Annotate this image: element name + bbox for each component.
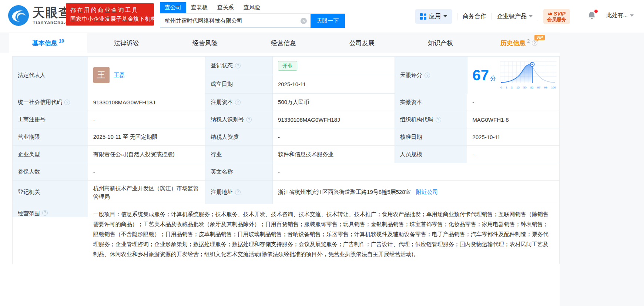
user-name: 此处有... — [606, 12, 628, 19]
promo-line1: 都在用的商业查询工具 — [70, 6, 150, 14]
field-label: 英文名称 — [205, 163, 273, 180]
notification-dot — [594, 10, 598, 13]
field-label: 经营范围 — [13, 204, 88, 217]
help-icon[interactable] — [42, 210, 48, 216]
field-value: - — [88, 111, 206, 128]
field-value: - — [467, 94, 559, 111]
score-unit: 分 — [490, 75, 496, 81]
field-label: 注册地址 — [205, 181, 273, 204]
chevron-down-icon — [529, 15, 533, 17]
table-row: 经营范围 一般项目：信息系统集成服务；计算机系统服务；技术服务、技术开发、技术咨… — [13, 204, 559, 264]
apps-menu-button[interactable]: 应用 — [415, 9, 452, 24]
reg-address-cell: 浙江省杭州市滨江区西兴街道聚工路19号8幢5层528室 附近公司 — [273, 181, 559, 204]
tab-company-development[interactable]: 公司发展 — [323, 33, 401, 53]
search-type-tabs: 查公司 查老板 查关系 查风险 — [160, 2, 345, 14]
field-value: 91330108MAG0WFH18J — [88, 94, 206, 111]
field-label: 组织机构代码 — [395, 111, 467, 128]
field-value: 软件和信息技术服务业 — [273, 146, 395, 163]
field-label: 参保人数 — [13, 163, 88, 180]
field-label: 工商注册号 — [13, 111, 88, 128]
vip-tag: VIP — [534, 35, 545, 40]
search-block: 查公司 查老板 查关系 查风险 天眼一下 — [160, 2, 345, 28]
reg-address-value: 浙江省杭州市滨江区西兴街道聚工路19号8幢5层528室 — [278, 189, 410, 196]
notifications-bell[interactable] — [588, 11, 596, 21]
divider — [492, 13, 492, 20]
table-row: 登记机关 杭州高新技术产业开发区（滨江）市场监督管理局 注册地址 浙江省杭州市滨… — [13, 181, 559, 204]
apps-label: 应用 — [429, 13, 441, 20]
promo-line2: 国家中小企业发展子基金旗下机构 — [70, 14, 150, 23]
field-value: 2025-10-11 — [273, 75, 395, 93]
table-row: 企业类型 有限责任公司(自然人投资或控股) 行业 软件和信息技术服务业 人员规模… — [13, 146, 559, 163]
nav-enterprise-products[interactable]: 企业级产品 — [497, 13, 533, 20]
field-label: 成立日期 — [205, 75, 273, 93]
tab-legal-lawsuits[interactable]: 法律诉讼 — [87, 33, 166, 53]
field-value: 杭州高新技术产业开发区（滨江）市场监督管理局 — [88, 181, 206, 204]
field-label: 纳税人识别号 — [205, 111, 273, 128]
table-row: 统一社会信用代码 91330108MAG0WFH18J 注册资本 500万人民币… — [13, 94, 559, 111]
table-row: 法定代表人 王 王磊 登记状态 开业 成立日期 — [13, 57, 559, 94]
tianyan-score-curve — [500, 61, 556, 84]
search-input[interactable] — [160, 14, 311, 28]
table-row: 营业期限 2025-10-11 至 无固定期限 纳税人资质 - 核准日期 202… — [13, 128, 559, 146]
svip-crown-icon — [548, 11, 553, 16]
section-tabbar: 基本信息 10 法律诉讼 经营风险 经营信息 公司发展 知识产权 VIP 历史信… — [0, 33, 560, 53]
help-icon[interactable] — [64, 100, 70, 105]
help-icon[interactable] — [425, 73, 430, 78]
help-icon[interactable] — [235, 189, 241, 195]
field-label: 登记机关 — [13, 181, 88, 204]
field-label: 登记状态 — [205, 57, 273, 75]
clear-icon[interactable] — [301, 18, 307, 24]
search-tab-risk[interactable]: 查风险 — [239, 2, 265, 13]
avatar[interactable]: 王 — [93, 67, 110, 83]
score-axis: 0 1 3 15 50 85 97 99 100 — [500, 86, 556, 89]
help-icon[interactable] — [246, 117, 252, 122]
top-header: 天眼查 TianYanCha.com 都在用的商业查询工具 国家中小企业发展子基… — [0, 0, 644, 33]
nav-cooperation[interactable]: 商务合作 — [463, 13, 486, 20]
field-value: 2025-10-11 — [467, 128, 559, 145]
score-chart: 0 1 3 15 50 85 97 99 100 — [500, 61, 556, 89]
field-value: 2025-10-11 至 无固定期限 — [88, 128, 206, 145]
field-value: MAG0WFH1-8 — [467, 111, 559, 128]
tianyancha-logo-icon — [8, 5, 29, 26]
help-icon[interactable] — [436, 117, 441, 122]
tab-count: 2 — [527, 38, 530, 44]
svip-member-badge[interactable]: SVIP 会员服务 — [543, 9, 570, 24]
tab-basic-info[interactable]: 基本信息 10 — [9, 33, 87, 53]
table-row: 参保人数 - 英文名称 - — [13, 163, 559, 181]
tab-operating-risk[interactable]: 经营风险 — [166, 33, 244, 53]
score-value: 67 — [473, 67, 489, 83]
tianyan-score-cell: 67分 — [467, 57, 559, 94]
field-label: 实缴资本 — [395, 94, 467, 111]
divider — [457, 13, 457, 20]
user-menu[interactable]: 此处有... — [606, 12, 634, 19]
search-tab-company[interactable]: 查公司 — [160, 2, 186, 13]
field-label: 天眼评分 — [395, 57, 467, 94]
table-row: 工商注册号 - 纳税人识别号 91330108MAG0WFH18J 组织机构代码… — [13, 111, 559, 128]
main-content: 基本信息 10 法律诉讼 经营风险 经营信息 公司发展 知识产权 VIP 历史信… — [0, 33, 560, 306]
tab-count: 10 — [59, 38, 64, 44]
status-badge: 开业 — [278, 61, 297, 71]
search-tab-boss[interactable]: 查老板 — [186, 2, 212, 13]
help-icon[interactable] — [235, 63, 241, 68]
field-label: 统一社会信用代码 — [13, 94, 88, 111]
status-date-stack: 登记状态 开业 成立日期 2025-10-11 — [205, 57, 395, 93]
search-button[interactable]: 天眼一下 — [311, 14, 345, 28]
field-label: 行业 — [205, 146, 273, 163]
field-value: - — [273, 163, 559, 180]
legal-rep-link[interactable]: 王磊 — [114, 72, 125, 79]
divider — [538, 13, 538, 20]
apps-grid-icon — [420, 13, 426, 20]
field-label: 人员规模 — [395, 146, 467, 163]
legal-rep-cell: 王 王磊 — [88, 57, 205, 94]
tab-intellectual-property[interactable]: 知识产权 — [401, 33, 480, 53]
promo-banner: 都在用的商业查询工具 国家中小企业发展子基金旗下机构 — [66, 3, 154, 26]
tab-history-info[interactable]: VIP 历史信息 2 — [480, 33, 558, 53]
svip-sublabel: 会员服务 — [547, 17, 566, 22]
nearby-companies-link[interactable]: 附近公司 — [416, 189, 438, 196]
search-tab-relation[interactable]: 查关系 — [212, 2, 239, 13]
field-value: - — [88, 163, 206, 180]
svip-label: SVIP — [554, 11, 566, 17]
tab-business-info[interactable]: 经营信息 — [244, 33, 323, 53]
chevron-down-icon — [630, 14, 634, 17]
help-icon[interactable] — [235, 100, 241, 105]
